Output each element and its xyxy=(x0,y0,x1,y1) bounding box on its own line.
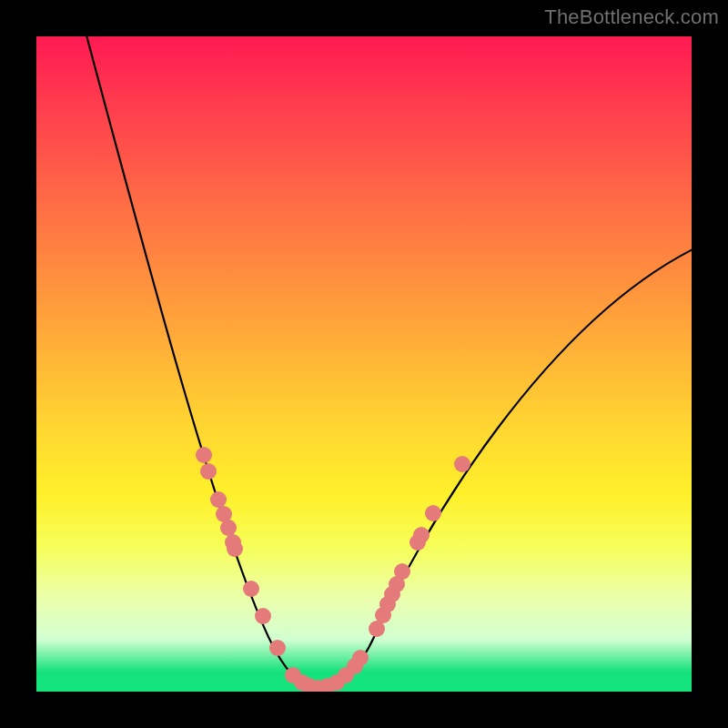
data-dots xyxy=(196,447,470,692)
data-dot xyxy=(196,447,212,463)
data-dot xyxy=(352,650,369,666)
data-dot xyxy=(210,491,227,508)
data-dot xyxy=(425,505,441,521)
data-dot xyxy=(255,608,271,624)
plot-area xyxy=(36,36,692,692)
data-dot xyxy=(394,563,410,580)
data-dot xyxy=(454,456,470,472)
curve-layer xyxy=(36,36,692,692)
data-dot xyxy=(243,581,259,597)
data-dot xyxy=(227,541,243,557)
data-dot xyxy=(413,527,430,543)
data-dot xyxy=(220,520,237,536)
watermark-text: TheBottleneck.com xyxy=(544,5,719,29)
data-dot xyxy=(269,640,286,656)
data-dot xyxy=(200,463,217,480)
chart-frame: TheBottleneck.com xyxy=(0,0,728,728)
